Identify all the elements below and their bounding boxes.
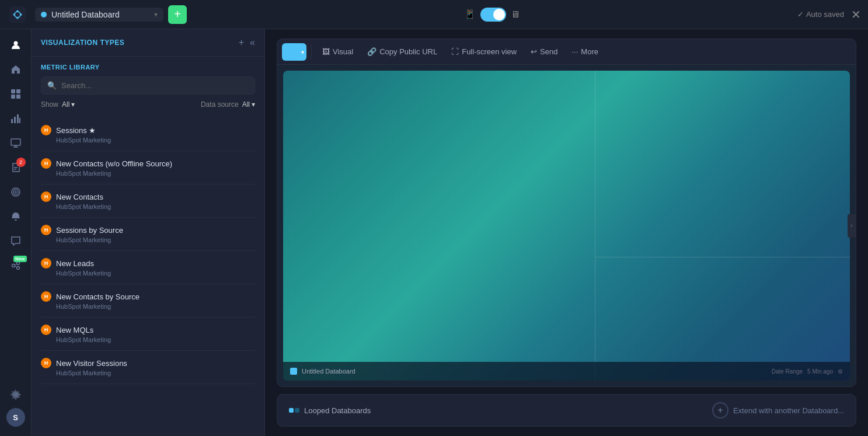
metric-name: New Leads xyxy=(56,259,94,268)
metric-icon: H xyxy=(41,258,51,268)
metric-icon: H xyxy=(41,325,51,335)
board-status-dot xyxy=(41,12,47,18)
add-widget-button[interactable]: + xyxy=(168,5,187,24)
metric-list-item[interactable]: H New Contacts HubSpot Marketing xyxy=(41,184,255,218)
extend-plus-button[interactable]: + xyxy=(712,402,728,418)
metric-name: New Contacts by Source xyxy=(56,292,140,301)
metric-source: HubSpot Marketing xyxy=(56,270,255,277)
collapse-sidebar-button[interactable]: « xyxy=(250,37,255,48)
preview-grid xyxy=(283,71,850,381)
visual-icon: 🖼 xyxy=(322,47,330,56)
toggle-switch[interactable] xyxy=(480,8,506,22)
fullscreen-button[interactable]: ⛶ Full-screen view xyxy=(445,44,522,59)
more-icon: ··· xyxy=(571,47,578,56)
sidebar-item-reports[interactable]: 2 xyxy=(5,156,27,179)
add-visualization-button[interactable]: + xyxy=(239,37,244,48)
metric-list-item[interactable]: H New Leads HubSpot Marketing xyxy=(41,251,255,284)
visual-button[interactable]: 🖼 Visual xyxy=(316,44,359,59)
sidebar-item-profile[interactable] xyxy=(5,34,27,56)
preview-canvas: Untitled Databoard Date Range 5 Min ago … xyxy=(283,71,850,381)
metric-source: HubSpot Marketing xyxy=(56,369,255,376)
card-toolbar: ▾ 🖼 Visual 🔗 Copy Public URL ⛶ Full-scre… xyxy=(277,39,856,65)
send-button[interactable]: ↩ Send xyxy=(525,44,563,59)
svg-rect-3 xyxy=(11,89,15,93)
metric-source: HubSpot Marketing xyxy=(56,336,255,343)
dashboard-area: ▾ 🖼 Visual 🔗 Copy Public URL ⛶ Full-scre… xyxy=(265,29,868,436)
metric-icon: H xyxy=(41,158,51,169)
metric-list-item[interactable]: H Sessions by Source HubSpot Marketing xyxy=(41,218,255,251)
preview-area: Untitled Databoard Date Range 5 Min ago … xyxy=(277,65,856,386)
loop-indicator: Looped Databoards xyxy=(289,406,371,415)
desktop-icon: 🖥 xyxy=(511,9,520,20)
sidebar: VISUALIZATION TYPES + « METRIC LIBRARY 🔍… xyxy=(32,29,265,436)
filter-row: Show All ▾ Data source All ▾ xyxy=(41,100,255,113)
sidebar-title: VISUALIZATION TYPES xyxy=(41,39,124,47)
svg-point-17 xyxy=(15,191,16,193)
metric-search-input[interactable] xyxy=(61,81,249,90)
metric-icon: H xyxy=(41,125,51,135)
sidebar-item-goals[interactable] xyxy=(5,181,27,203)
search-icon: 🔍 xyxy=(47,81,57,90)
sidebar-item-metrics[interactable] xyxy=(5,107,27,130)
topbar-right: ✓ Auto saved ✕ xyxy=(797,8,861,22)
show-filter-label: Show xyxy=(41,100,58,109)
check-icon: ✓ xyxy=(797,10,804,19)
metric-source: HubSpot Marketing xyxy=(56,236,255,243)
metric-source: HubSpot Marketing xyxy=(56,137,255,144)
metric-source: HubSpot Marketing xyxy=(56,170,255,177)
collapse-handle[interactable]: ‹ xyxy=(848,214,856,238)
metric-icon: H xyxy=(41,291,51,302)
main-content: ▾ 🖼 Visual 🔗 Copy Public URL ⛶ Full-scre… xyxy=(265,29,868,436)
metric-search-box[interactable]: 🔍 xyxy=(41,76,255,95)
main-layout: 2 xyxy=(0,29,868,436)
board-title-area[interactable]: Untitled Databoard ▾ xyxy=(35,8,163,22)
metric-name: Sessions by Source xyxy=(56,226,123,235)
color-drop-button[interactable]: ▾ xyxy=(282,43,306,61)
metric-name: New MQLs xyxy=(56,326,93,334)
svg-point-19 xyxy=(16,262,19,265)
sidebar-item-home[interactable] xyxy=(5,58,27,81)
loop-label: Looped Databoards xyxy=(304,406,371,415)
close-button[interactable]: ✕ xyxy=(851,8,861,22)
preview-date-range: Date Range xyxy=(772,368,803,375)
metric-list-item[interactable]: H New Visitor Sessions HubSpot Marketing xyxy=(41,351,255,384)
svg-rect-9 xyxy=(17,114,19,123)
copy-url-button[interactable]: 🔗 Copy Public URL xyxy=(361,44,443,59)
preview-settings-icon: ⚙ xyxy=(838,368,843,375)
preview-background: Untitled Databoard Date Range 5 Min ago … xyxy=(283,71,850,381)
sidebar-item-presentations[interactable] xyxy=(5,132,27,154)
metric-name: New Visitor Sessions xyxy=(56,359,127,368)
svg-rect-7 xyxy=(11,119,13,123)
sidebar-item-chat[interactable] xyxy=(5,230,27,252)
extend-area[interactable]: + Extend with another Databoard... xyxy=(712,402,844,418)
show-filter-select[interactable]: All ▾ xyxy=(62,100,75,109)
metric-list-item[interactable]: H Sessions ★ HubSpot Marketing xyxy=(41,118,255,151)
loop-dot-1 xyxy=(289,408,294,413)
send-icon: ↩ xyxy=(531,47,537,56)
metric-list-item[interactable]: H New Contacts (w/o Offline Source) HubS… xyxy=(41,151,255,184)
more-button[interactable]: ··· More xyxy=(566,44,604,59)
svg-point-2 xyxy=(13,41,18,46)
view-toggle[interactable]: 📱 🖥 xyxy=(464,8,520,22)
datasource-filter-select[interactable]: All ▾ xyxy=(242,100,255,109)
preview-bottom-bar: Untitled Databoard Date Range 5 Min ago … xyxy=(283,362,850,381)
topbar: Untitled Databoard ▾ + 📱 🖥 ✓ Auto saved … xyxy=(0,0,868,29)
sidebar-item-alerts[interactable] xyxy=(5,205,27,228)
metric-list: H Sessions ★ HubSpot Marketing H New Con… xyxy=(32,118,264,436)
sidebar-item-dashboards[interactable] xyxy=(5,83,27,105)
loop-dot-2 xyxy=(295,408,299,413)
sidebar-item-settings[interactable] xyxy=(5,383,27,406)
metric-list-item[interactable]: H New MQLs HubSpot Marketing xyxy=(41,318,255,351)
metric-list-item[interactable]: H New Contacts by Source HubSpot Marketi… xyxy=(41,284,255,318)
metric-icon: H xyxy=(41,225,51,235)
svg-rect-11 xyxy=(11,139,20,145)
sidebar-item-integrations[interactable]: New xyxy=(5,254,27,277)
metric-source: HubSpot Marketing xyxy=(56,203,255,210)
drop-chevron-icon: ▾ xyxy=(301,48,304,55)
fullscreen-icon: ⛶ xyxy=(451,47,459,56)
metric-library-title: METRIC LIBRARY xyxy=(41,64,255,71)
sidebar-header-icons: + « xyxy=(239,37,255,48)
user-avatar[interactable]: S xyxy=(6,408,25,427)
bottom-card: Looped Databoards + Extend with another … xyxy=(277,394,856,427)
title-chevron-icon: ▾ xyxy=(154,11,158,19)
